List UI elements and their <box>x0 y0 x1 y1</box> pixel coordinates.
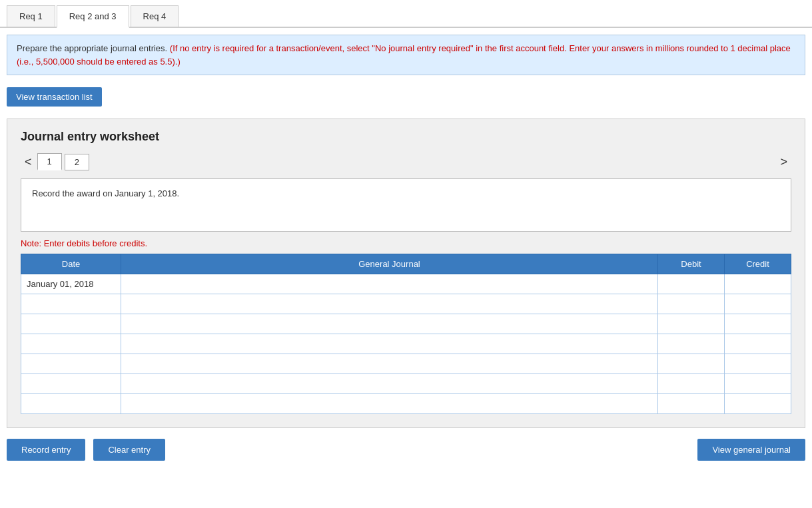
gj-input-0[interactable] <box>121 274 657 294</box>
prev-chevron[interactable]: < <box>21 154 36 170</box>
gj-input-1[interactable] <box>121 294 657 314</box>
date-cell-0: January 01, 2018 <box>21 274 121 294</box>
date-input-2[interactable] <box>21 314 121 334</box>
debit-input-6[interactable] <box>658 394 724 413</box>
debit-cell-1 <box>658 294 725 314</box>
gj-cell-4 <box>121 354 658 374</box>
tab-req1[interactable]: Req 1 <box>7 5 55 27</box>
clear-entry-button[interactable]: Clear entry <box>93 439 165 461</box>
tab-bar: Req 1 Req 2 and 3 Req 4 <box>0 0 812 28</box>
page-tab-1[interactable]: 1 <box>37 153 62 170</box>
credit-cell-3 <box>725 334 791 354</box>
date-cell-3 <box>21 334 121 354</box>
credit-input-0[interactable] <box>725 274 791 294</box>
debit-input-3[interactable] <box>658 334 724 354</box>
date-input-1[interactable] <box>21 294 121 314</box>
credit-input-6[interactable] <box>725 394 791 413</box>
debit-cell-3 <box>658 334 725 354</box>
info-black-text: Prepare the appropriate journal entries. <box>17 43 167 53</box>
credit-input-3[interactable] <box>725 334 791 354</box>
gj-cell-0 <box>121 274 658 294</box>
worksheet-title: Journal entry worksheet <box>21 130 791 144</box>
date-cell-4 <box>21 354 121 374</box>
debit-cell-0 <box>658 274 725 294</box>
gj-input-3[interactable] <box>121 334 657 354</box>
debit-input-1[interactable] <box>658 294 724 314</box>
pagination: < 1 2 > <box>21 153 791 170</box>
note-text: Note: Enter debits before credits. <box>21 238 791 248</box>
table-row <box>21 354 791 374</box>
credit-cell-0 <box>725 274 791 294</box>
credit-cell-4 <box>725 354 791 374</box>
date-input-6[interactable] <box>21 394 121 413</box>
credit-cell-6 <box>725 394 791 414</box>
page-tab-2[interactable]: 2 <box>65 154 89 170</box>
credit-cell-1 <box>725 294 791 314</box>
debit-cell-4 <box>658 354 725 374</box>
table-row <box>21 334 791 354</box>
journal-table: Date General Journal Debit Credit Januar… <box>21 254 791 414</box>
credit-input-1[interactable] <box>725 294 791 314</box>
date-input-5[interactable] <box>21 374 121 393</box>
gj-cell-5 <box>121 374 658 394</box>
credit-cell-5 <box>725 374 791 394</box>
gj-input-2[interactable] <box>121 314 657 334</box>
credit-input-4[interactable] <box>725 354 791 374</box>
debit-cell-5 <box>658 374 725 394</box>
date-cell-6 <box>21 394 121 414</box>
info-banner: Prepare the appropriate journal entries.… <box>7 35 805 75</box>
record-entry-button[interactable]: Record entry <box>7 439 85 461</box>
col-header-date: Date <box>21 254 121 274</box>
description-box: Record the award on January 1, 2018. <box>21 178 791 232</box>
credit-cell-2 <box>725 314 791 334</box>
view-transaction-button[interactable]: View transaction list <box>7 87 102 107</box>
gj-cell-1 <box>121 294 658 314</box>
debit-input-5[interactable] <box>658 374 724 393</box>
debit-cell-2 <box>658 314 725 334</box>
bottom-buttons: Record entry Clear entry View general jo… <box>0 439 812 461</box>
date-cell-5 <box>21 374 121 394</box>
date-cell-1 <box>21 294 121 314</box>
gj-cell-2 <box>121 314 658 334</box>
date-input-3[interactable] <box>21 334 121 354</box>
col-header-gj: General Journal <box>121 254 658 274</box>
gj-input-4[interactable] <box>121 354 657 374</box>
table-row <box>21 394 791 414</box>
debit-cell-6 <box>658 394 725 414</box>
date-cell-2 <box>21 314 121 334</box>
gj-cell-6 <box>121 394 658 414</box>
table-row <box>21 374 791 394</box>
col-header-debit: Debit <box>658 254 725 274</box>
next-chevron[interactable]: > <box>776 154 791 170</box>
worksheet-container: Journal entry worksheet < 1 2 > Record t… <box>7 119 805 428</box>
debit-input-0[interactable] <box>658 274 724 294</box>
col-header-credit: Credit <box>725 254 791 274</box>
gj-cell-3 <box>121 334 658 354</box>
credit-input-2[interactable] <box>725 314 791 334</box>
gj-input-5[interactable] <box>121 374 657 393</box>
debit-input-2[interactable] <box>658 314 724 334</box>
date-input-4[interactable] <box>21 354 121 374</box>
credit-input-5[interactable] <box>725 374 791 393</box>
table-row <box>21 314 791 334</box>
debit-input-4[interactable] <box>658 354 724 374</box>
tab-req2and3[interactable]: Req 2 and 3 <box>57 5 129 28</box>
table-row <box>21 294 791 314</box>
tab-req4[interactable]: Req 4 <box>131 5 179 27</box>
view-general-journal-button[interactable]: View general journal <box>697 439 805 461</box>
gj-input-6[interactable] <box>121 394 657 413</box>
table-row: January 01, 2018 <box>21 274 791 294</box>
